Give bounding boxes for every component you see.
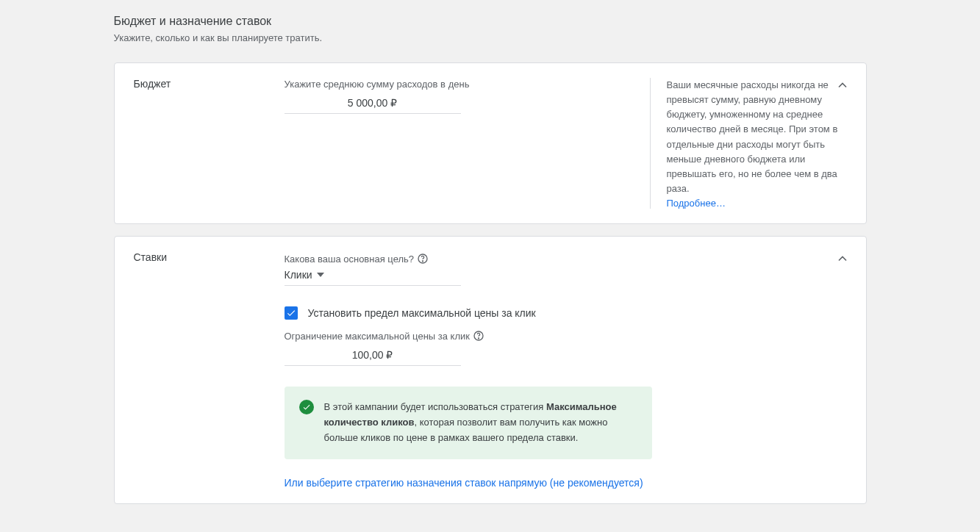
max-cpc-checkbox[interactable] [285,306,298,320]
strategy-info-text: В этой кампании будет использоваться стр… [324,400,637,445]
max-cpc-checkbox-label: Установить предел максимальной цены за к… [308,307,536,319]
caret-down-icon [317,271,324,278]
page-subtitle: Укажите, сколько и как вы планируете тра… [114,32,867,43]
max-cpc-input[interactable] [285,345,461,366]
svg-marker-2 [317,273,324,277]
page-title: Бюджет и назначение ставок [114,15,867,28]
cpc-limit-label: Ограничение максимальной цены за клик [285,331,470,342]
goal-label: Какова ваша основная цель? [285,254,415,265]
learn-more-link[interactable]: Подробнее… [667,198,726,209]
goal-dropdown-value: Клики [285,269,312,281]
help-icon[interactable] [417,253,429,265]
chevron-up-icon[interactable] [835,251,850,268]
svg-point-1 [422,261,423,262]
budget-section-label: Бюджет [134,78,285,90]
chevron-up-icon[interactable] [835,78,850,95]
direct-strategy-link[interactable]: Или выберите стратегию назначения ставок… [285,477,643,489]
bids-card: Ставки Какова ваша основная цель? Клики … [114,236,867,503]
help-icon[interactable] [473,330,484,342]
budget-help-text: Ваши месячные расходы никогда не превыся… [667,78,847,196]
svg-point-4 [478,338,479,339]
check-circle-icon [299,400,314,414]
budget-card: Бюджет Укажите среднюю сумму расходов в … [114,62,867,224]
strategy-info-banner: В этой кампании будет использоваться стр… [285,387,652,459]
bids-section-label: Ставки [134,251,285,263]
daily-budget-input[interactable] [285,93,461,114]
daily-budget-label: Укажите среднюю сумму расходов в день [285,79,470,90]
goal-dropdown[interactable]: Клики [285,266,461,286]
